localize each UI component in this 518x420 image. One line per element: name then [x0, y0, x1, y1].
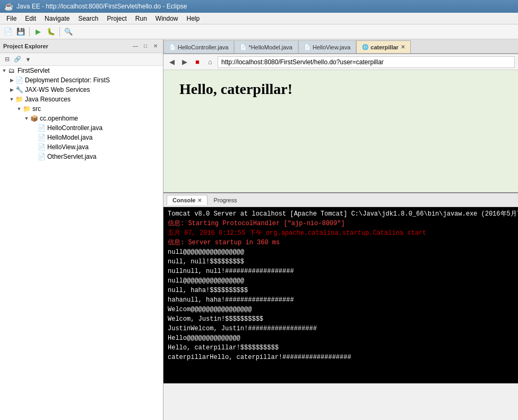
menu-item-navigate[interactable]: Navigate: [40, 14, 74, 23]
panel-menu-btn[interactable]: ▼: [23, 55, 33, 64]
menu-item-run[interactable]: Run: [131, 14, 151, 23]
tree-arrow-icon: ▼: [23, 116, 30, 121]
tree-arrow-icon: ▼: [8, 97, 15, 102]
editor-tabs: 📄HelloController.java📄*HelloModel.java📄H…: [163, 39, 518, 54]
tab-label: caterpillar: [370, 44, 399, 50]
tab-close-btn[interactable]: ✕: [401, 44, 405, 50]
eclipse-icon: ☕: [4, 2, 13, 11]
tree-node-icon: 🗂: [7, 66, 16, 75]
stop-btn[interactable]: ■: [192, 57, 203, 67]
browser-toolbar: ◀ ▶ ■ ⌂: [163, 54, 518, 70]
tree-node-label: OtherServlet.java: [47, 153, 97, 160]
debug-btn[interactable]: 🐛: [45, 26, 57, 38]
tree-arrow-icon: ▶: [8, 87, 15, 92]
tree-node-label: src: [32, 105, 41, 113]
bottom-tab-console[interactable]: Console ✕: [167, 195, 208, 205]
tree-node-icon: 📄: [15, 76, 23, 84]
main-toolbar: 📄 💾 ▶ 🐛 🔍: [0, 24, 518, 39]
url-bar[interactable]: [218, 56, 515, 68]
console-line: caterpillarHello, caterpillar!##########…: [168, 353, 514, 362]
tree-node-label: cc.openhome: [40, 115, 78, 122]
panel-header: Project Explorer — □ ✕: [0, 39, 163, 53]
tree-item[interactable]: 📄OtherServlet.java: [0, 152, 163, 161]
link-editor-btn[interactable]: 🔗: [13, 55, 22, 64]
tree-node-icon: 📁: [22, 105, 31, 113]
console-line: null@@@@@@@@@@@@@@@@: [168, 247, 514, 257]
tree-item[interactable]: ▶🔧JAX-WS Web Services: [0, 85, 163, 95]
console-line: JustinWelcom, Justin!##################: [168, 324, 514, 333]
web-content: Hello, caterpillar!: [179, 81, 502, 98]
panel-controls: — □ ✕: [131, 42, 160, 50]
menu-item-project[interactable]: Project: [102, 14, 131, 23]
tree-item[interactable]: 📄HelloController.java: [0, 123, 163, 133]
tree-node-icon: 📦: [30, 114, 38, 123]
tree-item[interactable]: 📄HelloView.java: [0, 142, 163, 152]
right-area: 📄HelloController.java📄*HelloModel.java📄H…: [163, 39, 518, 420]
tree-item[interactable]: ▼📁src: [0, 104, 163, 114]
editor-tab-3[interactable]: 🌐caterpillar✕: [356, 40, 411, 53]
new-btn[interactable]: 📄: [2, 26, 14, 38]
tree-item[interactable]: ▼🗂FirstServlet: [0, 66, 163, 75]
minimize-panel-btn[interactable]: —: [131, 42, 140, 50]
tab-icon: 📄: [304, 44, 310, 50]
close-panel-btn[interactable]: ✕: [151, 42, 160, 50]
back-btn[interactable]: ◀: [167, 57, 177, 67]
tree-node-icon: 📄: [37, 152, 46, 161]
menu-item-search[interactable]: Search: [74, 14, 102, 23]
panel-toolbar: ⊟ 🔗 ▼: [0, 53, 163, 66]
tree-node-label: HelloView.java: [47, 143, 89, 151]
console-line: Hello, caterpillar!$$$$$$$$$$: [168, 343, 514, 353]
tab-icon: 📄: [240, 44, 246, 50]
menu-item-edit[interactable]: Edit: [21, 14, 40, 23]
home-btn[interactable]: ⌂: [205, 57, 215, 67]
menu-item-help[interactable]: Help: [183, 14, 204, 23]
window-title: Java EE - http://localhost:8080/FirstSer…: [16, 3, 187, 10]
tab-label: HelloController.java: [178, 44, 228, 50]
bottom-tab-close-btn[interactable]: ✕: [197, 198, 202, 203]
console-line: Welcom@@@@@@@@@@@@@@@@: [168, 305, 514, 314]
toolbar-sep-1: [29, 27, 30, 37]
console-line: 信息: Server startup in 360 ms: [168, 238, 514, 247]
tree-node-label: Deployment Descriptor: FirstS: [25, 76, 110, 84]
tree-node-icon: 🔧: [15, 85, 23, 94]
menu-item-window[interactable]: Window: [151, 14, 183, 23]
tab-icon: 🌐: [362, 44, 368, 50]
bottom-tabs: Console ✕Progress: [163, 193, 518, 207]
tree-node-icon: 📄: [37, 124, 46, 132]
tree-item[interactable]: ▼📦cc.openhome: [0, 114, 163, 123]
tree-arrow-icon: ▼: [1, 68, 7, 73]
console-line: null, null!$$$$$$$$$: [168, 257, 514, 267]
forward-btn[interactable]: ▶: [179, 57, 190, 67]
console-line: hahanull, haha!##################: [168, 295, 514, 305]
project-tree[interactable]: ▼🗂FirstServlet▶📄Deployment Descriptor: F…: [0, 66, 163, 420]
tab-label: *HelloModel.java: [248, 44, 292, 50]
search-btn[interactable]: 🔍: [63, 26, 74, 38]
tree-node-label: HelloModel.java: [47, 134, 92, 141]
menu-item-file[interactable]: File: [2, 14, 21, 23]
menu-bar: FileEditNavigateSearchProjectRunWindowHe…: [0, 13, 518, 24]
console-line: nullnull, null!##################: [168, 267, 514, 276]
tree-item[interactable]: 📄HelloModel.java: [0, 133, 163, 142]
bottom-tab-progress[interactable]: Progress: [208, 195, 243, 205]
bottom-area: Console ✕Progress Tomcat v8.0 Server at …: [163, 192, 518, 383]
collapse-all-btn[interactable]: ⊟: [2, 55, 12, 64]
console-line: null, haha!$$$$$$$$$$: [168, 286, 514, 295]
tree-node-icon: 📁: [15, 95, 23, 104]
maximize-panel-btn[interactable]: □: [141, 42, 150, 50]
console-line: Hello@@@@@@@@@@@@@@: [168, 333, 514, 343]
title-bar: ☕ Java EE - http://localhost:8080/FirstS…: [0, 0, 518, 13]
tree-node-label: Java Resources: [25, 96, 71, 103]
console-line: Tomcat v8.0 Server at localhost [Apache …: [168, 209, 514, 219]
console-line: Welcom, Justin!$$$$$$$$$$: [168, 314, 514, 324]
run-btn[interactable]: ▶: [32, 26, 44, 38]
editor-tab-0[interactable]: 📄HelloController.java: [163, 40, 234, 53]
save-btn[interactable]: 💾: [15, 26, 27, 38]
console-line: null@@@@@@@@@@@@@@@@: [168, 276, 514, 286]
tree-item[interactable]: ▶📄Deployment Descriptor: FirstS: [0, 75, 163, 85]
main-area: Project Explorer — □ ✕ ⊟ 🔗 ▼ ▼🗂FirstServ…: [0, 39, 518, 420]
bottom-tab-label: Console: [172, 197, 195, 203]
editor-tab-1[interactable]: 📄*HelloModel.java: [234, 40, 298, 53]
tree-node-label: JAX-WS Web Services: [25, 86, 90, 93]
editor-tab-2[interactable]: 📄HelloView.java: [298, 40, 356, 53]
tree-item[interactable]: ▼📁Java Resources: [0, 95, 163, 104]
